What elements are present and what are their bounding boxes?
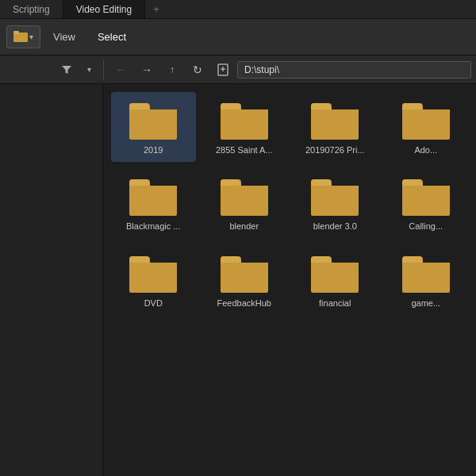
- file-label-20190726: 20190726 Pri...: [305, 144, 365, 155]
- folder-icon: [13, 29, 28, 44]
- folder-icon-blender: [219, 175, 270, 217]
- refresh-button[interactable]: ↻: [186, 60, 209, 80]
- folder-icon-20190726: [309, 98, 360, 141]
- file-item-blender-30[interactable]: blender 3.0: [293, 168, 378, 238]
- file-item-feedbackhub[interactable]: FeedbackHub: [202, 245, 287, 315]
- menu-select-label: Select: [98, 31, 126, 43]
- bookmark-button[interactable]: [212, 60, 234, 80]
- folder-icon-calling: [401, 175, 451, 217]
- file-label-feedbackhub: FeedbackHub: [217, 298, 272, 309]
- folder-icon-2855: [219, 98, 270, 141]
- forward-icon: →: [141, 63, 152, 76]
- file-label-blackmagic: Blackmagic ...: [126, 221, 180, 232]
- tab-add-icon: +: [153, 3, 159, 15]
- folder-icon-dvd: [128, 251, 178, 294]
- address-bar[interactable]: D:\stupi\: [237, 61, 471, 79]
- toolbar-left: ▾: [5, 60, 104, 80]
- folder-menu-button[interactable]: ▾: [6, 25, 40, 48]
- folder-icon-feedbackhub: [219, 251, 270, 294]
- folder-icon-blender-30: [309, 175, 360, 217]
- back-button[interactable]: ←: [110, 60, 132, 80]
- file-item-blackmagic[interactable]: Blackmagic ...: [111, 168, 196, 238]
- file-item-blender[interactable]: blender: [202, 168, 287, 238]
- file-item-calling[interactable]: Calling...: [384, 168, 469, 238]
- tab-add-button[interactable]: +: [145, 0, 167, 18]
- forward-button[interactable]: →: [136, 60, 158, 80]
- sidebar: [0, 84, 103, 476]
- file-item-game[interactable]: game...: [384, 245, 469, 315]
- file-label-game: game...: [411, 298, 440, 309]
- address-text: D:\stupi\: [244, 64, 279, 75]
- file-grid: 2019 2855 Saint A... 20190726 Pri...: [103, 84, 476, 476]
- file-label-blender-30: blender 3.0: [313, 221, 357, 232]
- file-item-20190726[interactable]: 20190726 Pri...: [293, 92, 378, 162]
- filter-button[interactable]: [56, 60, 78, 80]
- file-item-2855[interactable]: 2855 Saint A...: [202, 92, 287, 162]
- main-layout: 2019 2855 Saint A... 20190726 Pri...: [0, 84, 476, 476]
- file-item-dvd[interactable]: DVD: [111, 245, 196, 315]
- folder-icon-blackmagic: [128, 175, 178, 217]
- refresh-icon: ↻: [193, 63, 202, 76]
- file-label-2019: 2019: [144, 144, 163, 155]
- svg-rect-1: [13, 31, 19, 34]
- file-label-2855: 2855 Saint A...: [216, 144, 273, 155]
- toolbar: ▾ ← → ↑ ↻ D:\stupi\: [0, 56, 476, 84]
- tab-video-editing[interactable]: Video Editing: [63, 0, 146, 18]
- folder-icon-financial: [309, 251, 360, 294]
- file-item-financial[interactable]: financial: [293, 245, 378, 315]
- filter-dropdown-button[interactable]: ▾: [78, 60, 100, 80]
- back-icon: ←: [116, 63, 127, 76]
- file-label-dvd: DVD: [144, 298, 163, 309]
- file-item-2019[interactable]: 2019: [111, 92, 196, 162]
- menu-bar: ▾ View Select: [0, 19, 476, 56]
- up-button[interactable]: ↑: [161, 60, 183, 80]
- folder-dropdown-arrow: ▾: [29, 33, 33, 41]
- file-label-financial: financial: [319, 298, 351, 309]
- tab-scripting[interactable]: Scripting: [0, 0, 63, 18]
- folder-icon-ado: [401, 98, 451, 141]
- tab-video-editing-label: Video Editing: [76, 4, 132, 15]
- file-label-calling: Calling...: [409, 221, 443, 232]
- up-icon: ↑: [170, 64, 175, 75]
- file-label-blender: blender: [229, 221, 259, 232]
- file-label-ado: Ado...: [414, 144, 437, 155]
- file-item-ado[interactable]: Ado...: [384, 92, 469, 162]
- menu-view[interactable]: View: [44, 26, 85, 48]
- tab-bar: Scripting Video Editing +: [0, 0, 476, 19]
- folder-icon-game: [401, 251, 451, 294]
- menu-select[interactable]: Select: [88, 26, 136, 48]
- tab-scripting-label: Scripting: [13, 4, 50, 15]
- folder-icon-2019: [128, 98, 178, 141]
- menu-view-label: View: [53, 31, 75, 43]
